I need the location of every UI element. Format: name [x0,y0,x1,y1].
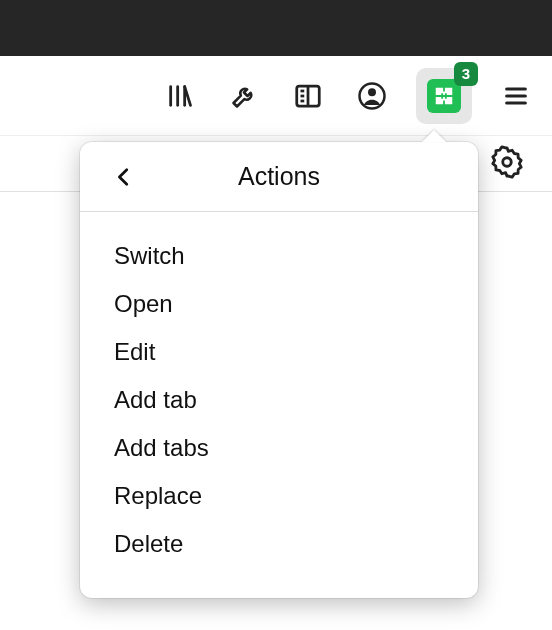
extension-button[interactable]: 3 [416,68,472,124]
menu-item-switch[interactable]: Switch [114,232,444,280]
menu-item-add-tabs[interactable]: Add tabs [114,424,444,472]
account-icon[interactable] [352,76,392,116]
svg-point-14 [503,157,512,166]
popover-header: Actions [80,142,478,212]
library-icon[interactable] [160,76,200,116]
popover-arrow [422,130,446,142]
wrench-icon[interactable] [224,76,264,116]
menu-item-add-tab[interactable]: Add tab [114,376,444,424]
back-button[interactable] [108,161,140,193]
menu-item-replace[interactable]: Replace [114,472,444,520]
popover-body: Switch Open Edit Add tab Add tabs Replac… [80,212,478,598]
menu-item-edit[interactable]: Edit [114,328,444,376]
menu-item-delete[interactable]: Delete [114,520,444,568]
window-titlebar [0,0,552,56]
extension-badge: 3 [454,62,478,86]
sidebar-icon[interactable] [288,76,328,116]
actions-popover: Actions Switch Open Edit Add tab Add tab… [80,142,478,598]
browser-toolbar: 3 [0,56,552,136]
svg-point-10 [368,88,376,96]
menu-item-open[interactable]: Open [114,280,444,328]
gear-icon[interactable] [490,145,524,183]
app-menu-button[interactable] [496,76,536,116]
